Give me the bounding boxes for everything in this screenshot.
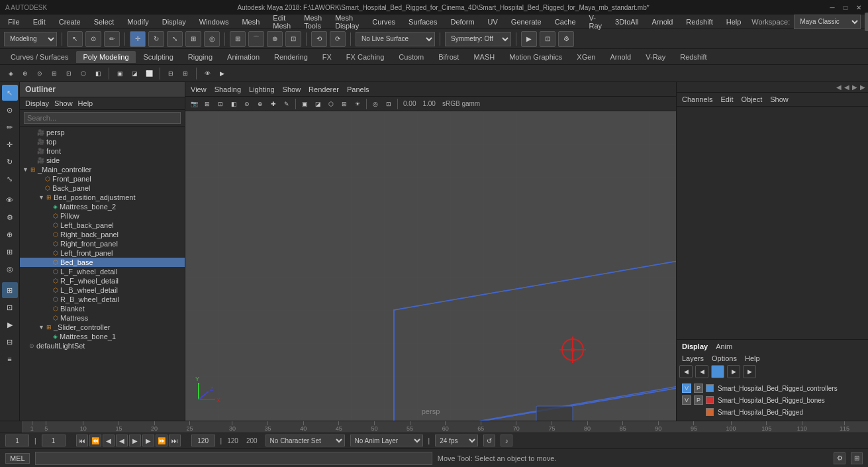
shelf-icon-camera[interactable]: 👁 (201, 67, 214, 80)
layer-next2-btn[interactable]: ▶ (743, 365, 756, 378)
layer-vp-btn-2[interactable]: V (682, 395, 691, 405)
display-tab[interactable]: Display (682, 342, 708, 350)
scale-mode-btn[interactable]: ⤡ (2, 171, 18, 187)
tree-item-top[interactable]: 🎥top (20, 137, 185, 146)
tree-item-l-f-wheel-detail[interactable]: ⬡L_F_wheel_detail (20, 267, 185, 276)
go-start-btn[interactable]: ⏮ (76, 435, 88, 446)
viewport-canvas[interactable]: X Y Z persp (185, 111, 676, 421)
tree-item-right-front-panel[interactable]: ⬡Right_front_panel (20, 239, 185, 248)
go-end-btn[interactable]: ⏭ (169, 435, 181, 446)
outliner-menu-display[interactable]: Display (25, 99, 49, 107)
tree-item-right-back-panel[interactable]: ⬡Right_back_panel (20, 230, 185, 239)
timeline-ruler[interactable]: 1510152025303540455055606570758085909510… (0, 421, 868, 433)
ipr-btn[interactable]: ⊡ (540, 31, 555, 47)
show-hide-btn[interactable]: 👁 (2, 192, 18, 208)
tab-mash[interactable]: MASH (467, 51, 501, 63)
tab-arnold[interactable]: Arnold (603, 51, 638, 63)
close-button[interactable]: ✕ (855, 3, 863, 11)
menu-arnold[interactable]: Arnold (650, 17, 676, 27)
ch-menu-show[interactable]: Show (770, 95, 789, 103)
workspace-select[interactable]: Maya Classic (794, 15, 861, 29)
next-frame-btn[interactable]: ⏩ (156, 435, 168, 446)
vp-menu-renderer[interactable]: Renderer (309, 85, 339, 93)
layers-label[interactable]: Layers (682, 354, 704, 362)
shelf-icon-1[interactable]: ◈ (4, 67, 17, 80)
layer-ref-btn-1[interactable]: P (694, 384, 703, 393)
snap-point-btn[interactable]: ⊕ (267, 31, 283, 47)
script-editor-btn[interactable]: ≡ (2, 351, 18, 367)
tree-item-side[interactable]: 🎥side (20, 156, 185, 165)
layer-prev2-btn[interactable]: ◀ (695, 365, 708, 378)
vp-tb-camera-icon[interactable]: 📷 (188, 98, 200, 110)
snap-curve-btn[interactable]: ⌒ (248, 31, 264, 47)
tab-fx-caching[interactable]: FX Caching (340, 51, 391, 63)
tab-redshift[interactable]: Redshift (673, 51, 713, 63)
tree-item-mattress[interactable]: ⬡Mattress (20, 313, 185, 323)
tab-motion-graphics[interactable]: Motion Graphics (503, 51, 569, 63)
tab-custom[interactable]: Custom (392, 51, 430, 63)
shelf-icon-8[interactable]: ▣ (113, 67, 126, 80)
layer-item-rigged[interactable]: Smart_Hospital_Bed_Rigged (679, 406, 865, 418)
vp-menu-lighting[interactable]: Lighting (249, 85, 275, 93)
snap-grid-btn[interactable]: ⊞ (230, 31, 246, 47)
tab-fx[interactable]: FX (316, 51, 338, 63)
tree-item-left-back-panel[interactable]: ⬡Left_back_panel (20, 221, 185, 230)
tree-item-r-b-wheel-detail[interactable]: ⬡R_B_wheel_detail (20, 295, 185, 304)
shelf-icon-12[interactable]: ⊞ (179, 67, 192, 80)
menu-help[interactable]: Help (724, 17, 744, 27)
history-btn[interactable]: ⟲ (311, 31, 327, 47)
menu-windows[interactable]: Windows (197, 17, 232, 27)
menu-uv[interactable]: UV (485, 17, 501, 27)
restore-button[interactable]: □ (842, 3, 849, 11)
vp-tb-icon6[interactable]: ✚ (267, 98, 279, 110)
tab-bifrost[interactable]: Bifrost (432, 51, 465, 63)
redo-btn[interactable]: ⟳ (330, 31, 346, 47)
rotate-mode-btn[interactable]: ↻ (2, 154, 18, 170)
layer-vp-btn-1[interactable]: V (682, 384, 691, 393)
tree-item-left-front-panel[interactable]: ⬡Left_front_panel (20, 248, 185, 258)
tree-item-pillow[interactable]: ⬡Pillow (20, 211, 185, 221)
start-frame-input[interactable] (42, 435, 66, 446)
ch-icon4[interactable]: ▶ (860, 83, 865, 91)
tree-item-r-f-wheel-detail[interactable]: ⬡R_F_wheel_detail (20, 276, 185, 285)
command-input[interactable] (35, 452, 432, 465)
tree-item-l-b-wheel-detail[interactable]: ⬡L_B_wheel_detail (20, 285, 185, 295)
outliner-search-input[interactable] (24, 112, 181, 124)
layer-color-btn[interactable] (711, 365, 724, 378)
vp-tb-icon3[interactable]: ◧ (228, 98, 240, 110)
shelf-icon-10[interactable]: ⬜ (142, 67, 156, 80)
tl-loop-btn[interactable]: ↺ (483, 435, 495, 446)
vp-tb-shadow[interactable]: ◎ (369, 98, 381, 110)
constraint-btn[interactable]: ⊞ (2, 244, 18, 260)
live-surface-select[interactable]: No Live Surface (356, 32, 435, 46)
tab-sculpting[interactable]: Sculpting (137, 51, 180, 63)
menu-display[interactable]: Display (160, 17, 189, 27)
mel-badge[interactable]: MEL (5, 453, 30, 464)
mode-select[interactable]: Modeling (4, 32, 57, 46)
prev-key-btn[interactable]: ◀ (103, 435, 115, 446)
statusbar-icon1[interactable]: ⚙ (834, 452, 845, 464)
ch-menu-channels[interactable]: Channels (682, 95, 712, 103)
vp-tb-icon1[interactable]: ⊞ (201, 98, 213, 110)
lasso-mode-btn[interactable]: ⊙ (2, 102, 18, 118)
anim-layer-select[interactable]: No Anim Layer (350, 435, 423, 446)
menu-create[interactable]: Create (56, 17, 83, 27)
vp-tb-light[interactable]: ☀ (352, 98, 363, 110)
play-fwd-btn[interactable]: ▶ (129, 435, 141, 446)
tree-item--main-controller[interactable]: ▼⊞_Main_controller (20, 165, 185, 174)
menu-mesh[interactable]: Mesh (239, 17, 262, 27)
tree-item-front-panel[interactable]: ⬡Front_panel (20, 174, 185, 183)
vp-menu-panels[interactable]: Panels (347, 85, 369, 93)
outliner-menu-help[interactable]: Help (78, 99, 93, 107)
menu-deform[interactable]: Deform (448, 17, 477, 27)
tab-animation[interactable]: Animation (220, 51, 266, 63)
menu-3dtall[interactable]: 3DtoAll (612, 17, 641, 27)
next-key-btn[interactable]: ▶ (142, 435, 154, 446)
shelf-icon-9[interactable]: ◪ (128, 67, 141, 80)
menu-modify[interactable]: Modify (124, 17, 151, 27)
tree-item-blanket[interactable]: ⬡Blanket (20, 304, 185, 313)
tree-item-defaultlightset[interactable]: ⊙defaultLightSet (20, 341, 185, 350)
tab-vray[interactable]: V-Ray (639, 51, 672, 63)
shelf-icon-11[interactable]: ⊟ (164, 67, 177, 80)
ch-menu-object[interactable]: Object (741, 95, 762, 103)
